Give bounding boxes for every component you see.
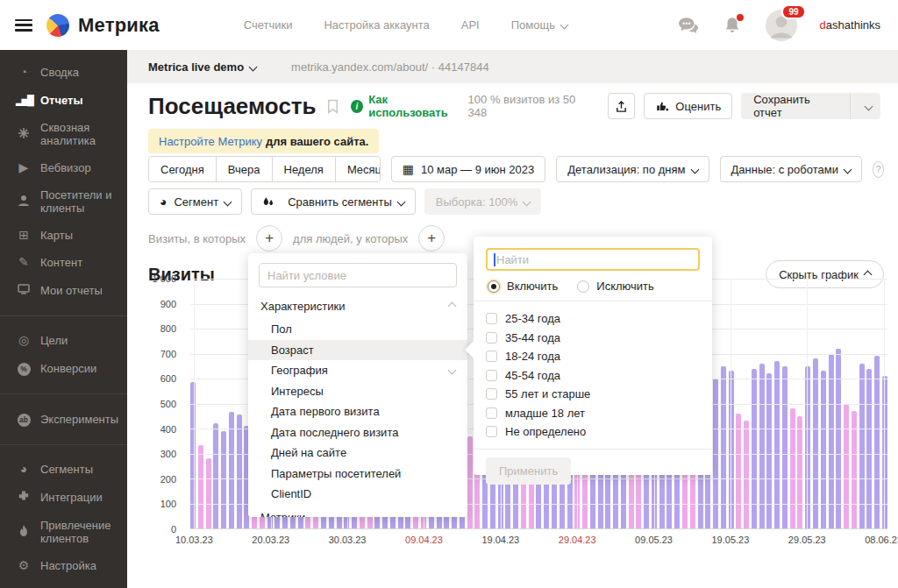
title-actions: 100 % визитов из 50 348 Оценить Сохранит… bbox=[468, 93, 880, 119]
condition-label: Параметры посетителей bbox=[271, 467, 401, 480]
chart-bar bbox=[752, 369, 757, 528]
sidebar-item-goals[interactable]: ◎Цели bbox=[0, 327, 127, 354]
sidebar-item-integrations[interactable]: Интеграции bbox=[0, 483, 127, 512]
save-report-chevron[interactable] bbox=[850, 93, 880, 119]
save-report-button[interactable]: Сохранить отчет bbox=[741, 93, 880, 119]
how-to-use-link[interactable]: i Как использовать bbox=[351, 93, 468, 119]
period-option[interactable]: Неделя bbox=[273, 157, 336, 181]
condition-label: Возраст bbox=[271, 344, 314, 357]
rate-button[interactable]: Оценить bbox=[644, 93, 732, 119]
counter-selector[interactable]: Metrica live demo bbox=[148, 60, 256, 74]
condition-item-Параметры посетителей[interactable]: Параметры посетителей bbox=[248, 464, 467, 485]
export-button[interactable] bbox=[608, 93, 635, 119]
age-search-input[interactable]: Найти bbox=[486, 248, 700, 271]
panel-notch bbox=[349, 253, 367, 262]
y-tick-label: 800 bbox=[160, 323, 176, 334]
help-question-icon[interactable]: ? bbox=[873, 161, 884, 178]
sidebar-item-content[interactable]: ✎Контент bbox=[0, 249, 127, 276]
condition-label: ClientID bbox=[271, 487, 311, 500]
sidebar-item-reports[interactable]: ▂▅█Отчеты bbox=[0, 86, 127, 114]
pencil-icon: ✎ bbox=[16, 256, 32, 269]
sidebar-item-webvisor[interactable]: ▶Вебвизор bbox=[0, 154, 127, 181]
people-condition-label: для людей, у которых bbox=[293, 232, 408, 245]
title-row: Посещаемость i Как использовать 100 % ви… bbox=[148, 89, 880, 123]
sidebar-item-segments[interactable]: ◕Сегменты bbox=[0, 456, 127, 483]
compare-segments-button[interactable]: Сравнить сегменты bbox=[251, 188, 416, 215]
age-option[interactable]: 25-34 года bbox=[486, 309, 700, 329]
include-exclude-radios: Включить Исключить bbox=[488, 280, 698, 293]
setup-metrica-link[interactable]: Настройте Метрику bbox=[159, 135, 262, 148]
add-visit-condition-button[interactable]: + bbox=[256, 225, 282, 251]
exclude-radio[interactable]: Исключить bbox=[577, 280, 654, 293]
age-option[interactable]: младше 18 лет bbox=[486, 404, 700, 423]
condition-item-География[interactable]: География bbox=[248, 360, 467, 381]
x-tick-label: 29.04.23 bbox=[559, 535, 596, 545]
age-option[interactable]: 35-44 года bbox=[486, 329, 700, 348]
chevron-up-icon bbox=[448, 301, 457, 310]
condition-item-Интересы[interactable]: Интересы bbox=[248, 381, 467, 402]
username[interactable]: dashathinks bbox=[820, 18, 880, 32]
sidebar-item-label: Сквозная аналитика bbox=[40, 121, 118, 147]
include-radio[interactable]: Включить bbox=[488, 280, 558, 293]
segment-button[interactable]: ◕ Сегмент bbox=[148, 188, 242, 215]
sidebar-item-label: Вебвизор bbox=[40, 161, 91, 174]
condition-group-Характеристики[interactable]: Характеристики bbox=[248, 293, 467, 319]
messages-icon[interactable] bbox=[678, 16, 699, 35]
bookmark-icon[interactable] bbox=[327, 99, 339, 114]
segment-pie-icon: ◕ bbox=[160, 195, 167, 209]
date-range-button[interactable]: ▦ 10 мар — 9 июн 2023 bbox=[391, 156, 546, 182]
data-mode-label: Данные: с роботами bbox=[731, 163, 838, 176]
sidebar-divider bbox=[0, 444, 127, 445]
sidebar-item-cross-analytics[interactable]: Сквозная аналитика bbox=[0, 114, 127, 154]
condition-item-Дата последнего визита[interactable]: Дата последнего визита bbox=[248, 422, 467, 443]
nav-item-account-settings[interactable]: Настройка аккаунта bbox=[324, 18, 429, 32]
chart-bar bbox=[836, 349, 841, 528]
condition-item-Пол[interactable]: Пол bbox=[248, 319, 467, 340]
data-mode-dropdown[interactable]: Данные: с роботами bbox=[720, 156, 862, 182]
nav-item-counters[interactable]: Счетчики bbox=[244, 18, 293, 32]
sidebar: ◔Сводка▂▅█ОтчетыСквозная аналитика▶Вебви… bbox=[0, 50, 127, 588]
period-option[interactable]: Вчера bbox=[217, 157, 273, 181]
counter-url[interactable]: metrika.yandex.com/about/ · 44147844 bbox=[291, 60, 489, 74]
condition-group-Метрики[interactable]: Метрики bbox=[248, 505, 467, 518]
age-option[interactable]: 55 лет и старше bbox=[486, 385, 700, 404]
sidebar-item-my-reports[interactable]: Мои отчеты bbox=[0, 276, 127, 305]
notifications-bell-icon[interactable] bbox=[722, 16, 743, 35]
metrica-logo[interactable]: Метрика bbox=[46, 14, 160, 37]
sidebar-item-settings[interactable]: ⚙Настройка bbox=[0, 552, 127, 579]
x-tick-label: 08.06.23 bbox=[865, 535, 898, 545]
nav-item-api[interactable]: API bbox=[461, 18, 480, 32]
condition-search-input[interactable]: Найти условие bbox=[259, 263, 457, 287]
condition-item-Возраст[interactable]: Возраст bbox=[248, 340, 467, 361]
sampling-dropdown[interactable]: Выборка: 100% bbox=[424, 188, 542, 215]
sidebar-item-summary[interactable]: ◔Сводка bbox=[0, 59, 127, 86]
user-avatar[interactable]: 99 bbox=[766, 10, 797, 41]
age-option[interactable]: Не определено bbox=[486, 422, 700, 442]
add-people-condition-button[interactable]: + bbox=[418, 225, 445, 251]
period-option[interactable]: Месяц bbox=[336, 157, 381, 181]
sidebar-divider bbox=[0, 315, 127, 316]
condition-item-Дней на сайте[interactable]: Дней на сайте bbox=[248, 443, 467, 464]
sidebar-item-visitors-clients[interactable]: Посетители и клиенты bbox=[0, 181, 127, 222]
condition-item-Дата первого визита[interactable]: Дата первого визита bbox=[248, 401, 467, 422]
ab-icon: ab bbox=[16, 412, 32, 427]
sidebar-item-experiments[interactable]: abЭксперименты bbox=[0, 405, 127, 434]
chart-bar bbox=[198, 445, 203, 528]
sidebar-group: ◎Цели%Конверсии bbox=[0, 318, 127, 392]
sidebar-item-acquisition[interactable]: Привлечение клиентов bbox=[0, 512, 127, 552]
condition-item-ClientID[interactable]: ClientID bbox=[248, 484, 467, 505]
detail-dropdown[interactable]: Детализация: по дням bbox=[556, 156, 709, 182]
sidebar-item-maps[interactable]: ⊞Карты bbox=[0, 222, 127, 249]
sidebar-item-conversions[interactable]: %Конверсии bbox=[0, 354, 127, 383]
age-option[interactable]: 18-24 года bbox=[486, 347, 700, 366]
nav-item-help[interactable]: Помощь bbox=[511, 18, 567, 32]
hamburger-menu-icon[interactable] bbox=[15, 19, 32, 32]
counter-name: Metrica live demo bbox=[148, 60, 244, 74]
person-icon bbox=[16, 195, 32, 209]
age-option[interactable]: 45-54 года bbox=[486, 366, 700, 386]
filter-builder-row: Визиты, в которых + для людей, у которых… bbox=[148, 225, 455, 251]
apply-button[interactable]: Применить bbox=[486, 457, 571, 485]
x-tick-label: 20.03.23 bbox=[252, 535, 289, 545]
period-option[interactable]: Сегодня bbox=[149, 157, 217, 181]
condition-search-placeholder: Найти условие bbox=[267, 269, 346, 282]
